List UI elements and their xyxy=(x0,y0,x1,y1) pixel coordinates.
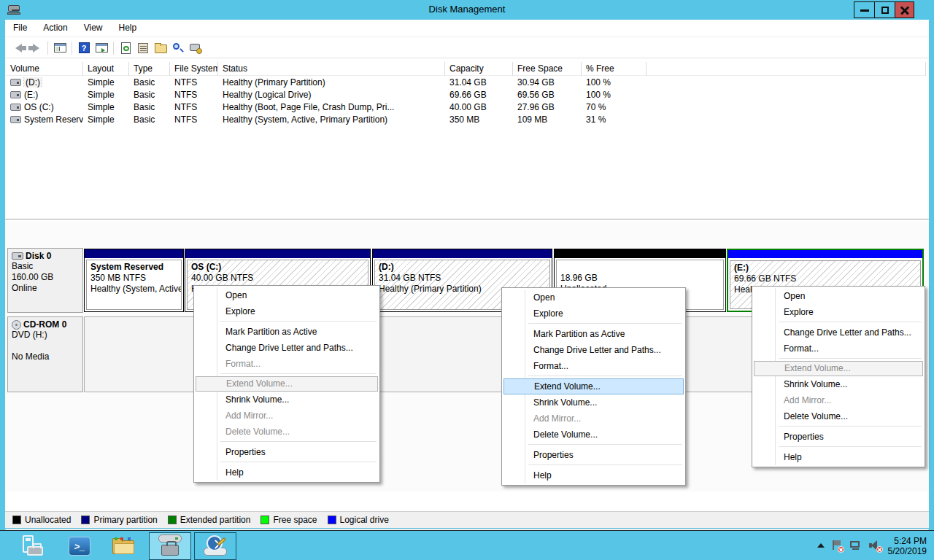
menu-item-properties[interactable]: Properties xyxy=(754,429,923,445)
menu-item-delete-volume[interactable]: Delete Volume... xyxy=(754,408,923,424)
disk-settings-icon[interactable] xyxy=(187,40,204,56)
partition-tool-taskbar-button[interactable] xyxy=(194,532,236,560)
find-icon[interactable] xyxy=(169,40,187,56)
partition-tool-icon xyxy=(202,534,228,558)
drive-icon xyxy=(10,91,21,98)
menu-item-open[interactable]: Open xyxy=(754,288,923,304)
menu-file[interactable]: File xyxy=(5,20,35,33)
maximize-button[interactable] xyxy=(874,1,895,18)
legend-free-space: Free space xyxy=(260,515,317,525)
column-header-volume[interactable]: Volume xyxy=(6,62,83,76)
menu-item-mark-partition-active[interactable]: Mark Partition as Active xyxy=(196,324,378,340)
taskbar-clock[interactable]: 5:24 PM 5/20/2019 xyxy=(888,534,927,556)
clock-date: 5/20/2019 xyxy=(888,546,927,556)
context-menu-d: Open Explore Mark Partition as Active Ch… xyxy=(501,287,686,486)
action-center-icon[interactable] xyxy=(831,540,843,551)
menu-item-change-drive-letter[interactable]: Change Drive Letter and Paths... xyxy=(196,340,378,356)
extended-partition-swatch xyxy=(168,516,177,524)
properties-icon[interactable] xyxy=(134,40,152,56)
menu-item-properties[interactable]: Properties xyxy=(196,444,378,460)
refresh-icon[interactable] xyxy=(117,40,134,56)
menu-item-change-drive-letter[interactable]: Change Drive Letter and Paths... xyxy=(503,342,684,358)
menu-item-delete-volume[interactable]: Delete Volume... xyxy=(503,427,684,443)
show-console-tree-icon[interactable] xyxy=(51,40,69,56)
disk-management-taskbar-button[interactable] xyxy=(149,532,191,560)
title-bar: Disk Management xyxy=(0,0,934,20)
menu-item-help[interactable]: Help xyxy=(503,467,684,483)
back-icon[interactable] xyxy=(9,40,27,56)
menu-item-shrink-volume[interactable]: Shrink Volume... xyxy=(196,392,378,408)
column-header-type[interactable]: Type xyxy=(129,62,170,76)
partition-system-reserved[interactable]: System Reserved 350 MB NTFS Healthy (Sys… xyxy=(84,249,184,312)
unallocated-color-bar xyxy=(555,249,725,258)
menu-action[interactable]: Action xyxy=(35,20,75,33)
menu-help[interactable]: Help xyxy=(111,20,145,33)
menu-item-format[interactable]: Format... xyxy=(754,341,923,357)
disk-icon xyxy=(12,252,23,260)
logical-drive-swatch xyxy=(328,516,336,524)
menu-item-shrink-volume[interactable]: Shrink Volume... xyxy=(503,394,684,411)
server-manager-icon[interactable] xyxy=(15,532,48,560)
column-header-pctfree[interactable]: % Free xyxy=(582,62,647,76)
menu-item-add-mirror: Add Mirror... xyxy=(754,392,923,408)
menu-item-help[interactable]: Help xyxy=(754,449,923,465)
menu-item-open[interactable]: Open xyxy=(503,289,684,306)
drive-icon xyxy=(10,104,21,111)
column-header-capacity[interactable]: Capacity xyxy=(445,62,513,76)
tray-expand-icon[interactable] xyxy=(817,543,825,548)
volume-list-header: Volume Layout Type File System Status Ca… xyxy=(6,62,926,76)
column-header-filesystem[interactable]: File System xyxy=(170,62,218,76)
minimize-button[interactable] xyxy=(854,1,875,18)
context-menu-os-c: Open Explore Mark Partition as Active Ch… xyxy=(193,285,380,483)
menu-item-open[interactable]: Open xyxy=(196,287,378,303)
menu-item-shrink-volume[interactable]: Shrink Volume... xyxy=(754,376,923,392)
drive-icon xyxy=(10,79,21,86)
mute-badge-icon xyxy=(876,546,883,553)
legend-logical-drive: Logical drive xyxy=(328,515,389,525)
primary-partition-color-bar xyxy=(185,249,370,258)
volume-muted-icon[interactable] xyxy=(868,540,881,551)
close-button[interactable] xyxy=(895,1,914,18)
menu-item-explore[interactable]: Explore xyxy=(754,304,923,320)
help-icon[interactable]: ? xyxy=(75,40,93,56)
table-row-volume-e[interactable]: (E:) Simple Basic NTFS Healthy (Logical … xyxy=(6,88,926,101)
volume-list: Volume Layout Type File System Status Ca… xyxy=(6,62,926,125)
primary-partition-color-bar xyxy=(373,249,552,258)
disk-management-icon xyxy=(156,534,184,559)
forward-icon[interactable] xyxy=(27,40,45,56)
column-header-layout[interactable]: Layout xyxy=(83,62,129,76)
disk0-label-panel[interactable]: Disk 0 Basic 160.00 GB Online xyxy=(7,248,83,313)
table-row-volume-system-reserved[interactable]: System Reserved Simple Basic NTFS Health… xyxy=(6,113,926,125)
legend-bar: Unallocated Primary partition Extended p… xyxy=(5,511,929,528)
table-row-volume-c[interactable]: OS (C:) Simple Basic NTFS Healthy (Boot,… xyxy=(6,101,926,113)
network-icon[interactable] xyxy=(849,540,862,551)
column-header-status[interactable]: Status xyxy=(218,62,445,76)
menu-item-extend-volume: Extend Volume... xyxy=(754,361,923,376)
legend-primary-partition: Primary partition xyxy=(81,515,157,525)
file-explorer-icon[interactable] xyxy=(107,532,140,560)
logical-drive-color-bar xyxy=(728,250,922,258)
menu-item-add-mirror: Add Mirror... xyxy=(503,411,684,427)
column-header-freespace[interactable]: Free Space xyxy=(513,62,582,76)
powershell-icon[interactable]: >_ xyxy=(63,532,96,560)
cdrom0-label-panel[interactable]: CD-ROM 0 DVD (H:) No Media xyxy=(7,316,83,392)
menu-item-properties[interactable]: Properties xyxy=(503,447,684,463)
open-folder-icon[interactable] xyxy=(152,40,169,56)
menu-item-explore[interactable]: Explore xyxy=(196,303,378,319)
menu-item-extend-volume-highlighted[interactable]: Extend Volume... xyxy=(503,378,684,394)
menu-item-format: Format... xyxy=(196,356,378,372)
show-action-pane-icon[interactable] xyxy=(93,40,110,56)
toolbar: ? xyxy=(5,38,929,58)
menu-item-help[interactable]: Help xyxy=(196,464,378,481)
maximize-icon xyxy=(881,7,889,14)
menu-item-extend-volume: Extend Volume... xyxy=(196,376,378,392)
system-tray: 5:24 PM 5/20/2019 xyxy=(817,531,927,560)
menu-item-mark-partition-active[interactable]: Mark Partition as Active xyxy=(503,326,684,342)
menu-view[interactable]: View xyxy=(76,20,111,33)
menu-item-explore[interactable]: Explore xyxy=(503,306,684,322)
taskbar: >_ 5:24 PM 5/20/2019 xyxy=(0,530,934,560)
table-row-volume-d[interactable]: (D:) Simple Basic NTFS Healthy (Primary … xyxy=(6,76,926,88)
free-space-swatch xyxy=(260,516,269,524)
menu-item-change-drive-letter[interactable]: Change Drive Letter and Paths... xyxy=(754,324,923,341)
menu-item-format[interactable]: Format... xyxy=(503,358,684,374)
